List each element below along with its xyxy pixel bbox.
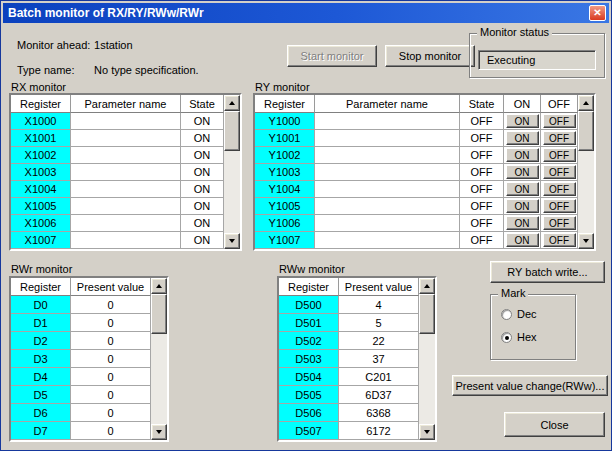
state-cell: OFF [460, 130, 504, 147]
stop-monitor-button[interactable]: Stop monitor [385, 45, 475, 67]
register-cell: D1 [11, 314, 71, 332]
register-cell: D507 [279, 422, 339, 440]
ry-off-button[interactable]: OFF [543, 148, 576, 162]
arrow-up-icon [156, 284, 162, 288]
ry-on-button[interactable]: ON [506, 182, 539, 196]
ry-on-button[interactable]: ON [506, 131, 539, 145]
table-header-row: Register Present value [11, 278, 151, 296]
ry-off-button[interactable]: OFF [543, 114, 576, 128]
type-name-value: No type specification. [94, 64, 199, 76]
ry-off-button[interactable]: OFF [543, 216, 576, 230]
register-cell: Y1006 [255, 215, 315, 232]
register-cell: D504 [279, 368, 339, 386]
table-row: X1000ON [11, 113, 224, 130]
register-cell: Y1001 [255, 130, 315, 147]
scrollbar-track[interactable] [151, 294, 167, 424]
present-value-change-button[interactable]: Present value change(RWw)... [452, 375, 608, 396]
batch-monitor-dialog: Batch monitor of RX/RY/RWw/RWr ✕ Monitor… [0, 0, 612, 451]
state-cell: OFF [460, 232, 504, 249]
parameter-cell [315, 198, 460, 215]
register-cell: D0 [11, 296, 71, 314]
table-row: X1002ON [11, 147, 224, 164]
parameter-cell [315, 130, 460, 147]
column-header-register: Register [279, 278, 339, 296]
scrollbar-thumb[interactable] [224, 111, 240, 151]
table-row: D5076172 [279, 422, 419, 440]
rx-monitor-table: Register Parameter name State X1000ONX10… [9, 93, 242, 251]
scrollbar-track[interactable] [578, 111, 594, 233]
register-cell: D505 [279, 386, 339, 404]
off-cell: OFF [541, 164, 578, 181]
parameter-cell [71, 130, 181, 147]
scroll-up-button[interactable] [151, 278, 167, 294]
parameter-cell [315, 147, 460, 164]
value-cell: 6368 [339, 404, 419, 422]
ry-off-button[interactable]: OFF [543, 199, 576, 213]
scrollbar-thumb[interactable] [578, 111, 594, 151]
column-header-register: Register [11, 95, 71, 113]
scroll-up-button[interactable] [419, 278, 435, 294]
value-cell: 6D37 [339, 386, 419, 404]
scrollbar-thumb[interactable] [419, 294, 435, 334]
ry-off-button[interactable]: OFF [543, 165, 576, 179]
rwr-vertical-scrollbar[interactable] [151, 278, 167, 440]
register-cell: D2 [11, 332, 71, 350]
scroll-down-button[interactable] [578, 233, 594, 249]
register-cell: D5 [11, 386, 71, 404]
parameter-cell [71, 113, 181, 130]
ry-off-button[interactable]: OFF [543, 131, 576, 145]
ry-on-button[interactable]: ON [506, 148, 539, 162]
rwr-monitor-table: Register Present value D00D10D20D30D40D5… [9, 276, 169, 442]
scroll-up-button[interactable] [224, 95, 240, 111]
monitor-status-group-label: Monitor status [477, 26, 552, 38]
rww-vertical-scrollbar[interactable] [419, 278, 435, 440]
register-cell: X1007 [11, 232, 71, 249]
table-row: X1005ON [11, 198, 224, 215]
state-cell: OFF [460, 198, 504, 215]
rx-monitor-title: RX monitor [11, 81, 66, 93]
table-row: D70 [11, 422, 151, 440]
table-header-row: Register Parameter name State ON OFF [255, 95, 578, 113]
table-row: X1006ON [11, 215, 224, 232]
scroll-down-button[interactable] [151, 424, 167, 440]
ry-on-button[interactable]: ON [506, 216, 539, 230]
scroll-down-button[interactable] [419, 424, 435, 440]
arrow-down-icon [583, 239, 589, 243]
on-cell: ON [504, 130, 541, 147]
rx-vertical-scrollbar[interactable] [224, 95, 240, 249]
ry-off-button[interactable]: OFF [543, 182, 576, 196]
register-cell: D506 [279, 404, 339, 422]
scroll-down-button[interactable] [224, 233, 240, 249]
table-row: D50337 [279, 350, 419, 368]
ry-off-button[interactable]: OFF [543, 233, 576, 247]
ry-on-button[interactable]: ON [506, 114, 539, 128]
table-row: Y1000OFFONOFF [255, 113, 578, 130]
value-cell: 0 [71, 386, 151, 404]
arrow-up-icon [583, 101, 589, 105]
scrollbar-track[interactable] [224, 111, 240, 233]
ry-on-button[interactable]: ON [506, 233, 539, 247]
scrollbar-track[interactable] [419, 294, 435, 424]
state-cell: ON [181, 215, 224, 232]
mark-group-label: Mark [498, 287, 528, 299]
column-header-state: State [460, 95, 504, 113]
table-row: Y1006OFFONOFF [255, 215, 578, 232]
table-row: D50222 [279, 332, 419, 350]
table-header-row: Register Parameter name State [11, 95, 224, 113]
close-window-button[interactable]: ✕ [589, 5, 606, 21]
radio-dec[interactable]: Dec [501, 308, 537, 320]
scroll-up-button[interactable] [578, 95, 594, 111]
ry-on-button[interactable]: ON [506, 199, 539, 213]
ry-vertical-scrollbar[interactable] [578, 95, 594, 249]
close-button[interactable]: Close [504, 412, 605, 437]
ry-batch-write-button[interactable]: RY batch write... [490, 261, 605, 283]
start-monitor-button[interactable]: Start monitor [287, 45, 377, 67]
mark-group: Mark Dec Hex [490, 294, 576, 360]
radio-hex[interactable]: Hex [501, 331, 537, 343]
on-cell: ON [504, 215, 541, 232]
table-row: X1003ON [11, 164, 224, 181]
scrollbar-thumb[interactable] [151, 294, 167, 334]
ry-on-button[interactable]: ON [506, 165, 539, 179]
register-cell: Y1005 [255, 198, 315, 215]
table-row: D30 [11, 350, 151, 368]
